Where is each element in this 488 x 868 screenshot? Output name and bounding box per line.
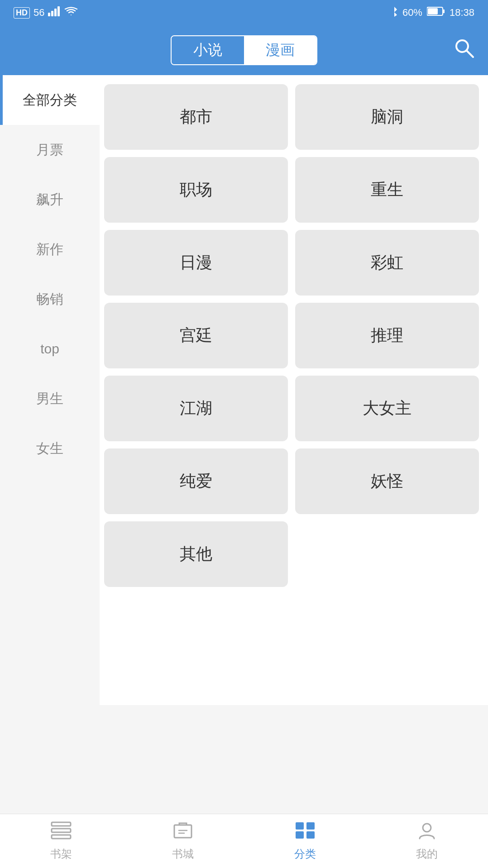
time-display: 18:38 [450,7,474,19]
category-zhichang[interactable]: 职场 [104,157,288,223]
sidebar-item-male[interactable]: 男生 [0,374,100,424]
category-caihong[interactable]: 彩虹 [295,230,479,296]
nav-category-label: 分类 [294,847,316,861]
status-bar: HD 56 [0,0,488,25]
svg-rect-2 [54,9,57,16]
signal-strength: 56 [33,7,44,19]
svg-point-17 [423,824,431,832]
tab-novel[interactable]: 小说 [172,36,244,64]
svg-rect-14 [306,822,315,830]
category-icon [295,821,316,844]
svg-rect-16 [306,831,315,839]
sidebar: 全部分类 月票 飙升 新作 畅销 top 男生 女生 [0,75,100,705]
nav-bookcity[interactable]: 书城 [122,814,244,868]
sidebar-item-rising[interactable]: 飙升 [0,175,100,224]
main-content: 全部分类 月票 飙升 新作 畅销 top 男生 女生 都市 脑洞 [0,75,488,705]
category-qita[interactable]: 其他 [104,521,288,587]
tab-manga[interactable]: 漫画 [244,36,316,64]
nav-bookshelf[interactable]: 书架 [0,814,122,868]
category-dushi[interactable]: 都市 [104,84,288,150]
sidebar-item-top[interactable]: top [0,324,100,374]
category-grid: 都市 脑洞 职场 重生 日漫 彩虹 宫廷 推理 江湖 大女主 纯爱 [100,75,488,705]
wifi-icon [64,6,78,19]
category-chunai[interactable]: 纯爱 [104,448,288,514]
mine-icon [418,821,436,844]
bluetooth-icon [391,6,398,19]
sidebar-item-bestseller[interactable]: 畅销 [0,274,100,324]
signal-icon [48,6,61,19]
svg-rect-13 [296,822,304,830]
search-button[interactable] [454,38,474,63]
category-gongting[interactable]: 宫廷 [104,303,288,368]
bottom-nav: 书架 书城 分类 [0,814,488,868]
svg-line-8 [467,51,473,57]
svg-rect-12 [174,825,191,838]
svg-rect-15 [296,831,304,839]
category-jianghu[interactable]: 江湖 [104,376,288,441]
sidebar-item-monthticket[interactable]: 月票 [0,125,100,175]
nav-bookcity-label: 书城 [172,847,194,861]
svg-rect-1 [51,11,53,16]
category-danvzhu[interactable]: 大女主 [295,376,479,441]
category-naodong[interactable]: 脑洞 [295,84,479,150]
header: 小说 漫画 [0,25,488,75]
status-right: 60% 18:38 [391,6,474,19]
sidebar-item-newwork[interactable]: 新作 [0,224,100,274]
status-left: HD 56 [14,6,78,19]
svg-rect-5 [443,10,445,13]
bookshelf-icon [51,821,72,844]
category-riman[interactable]: 日漫 [104,230,288,296]
svg-rect-3 [57,6,60,16]
nav-mine[interactable]: 我的 [366,814,488,868]
svg-rect-0 [48,13,50,16]
svg-rect-11 [52,835,71,839]
tab-group[interactable]: 小说 漫画 [171,35,317,65]
battery-icon [427,6,445,19]
svg-rect-9 [52,822,71,826]
nav-category[interactable]: 分类 [244,814,366,868]
battery-percent: 60% [402,7,422,19]
bookcity-icon [172,821,193,844]
category-yaoguai[interactable]: 妖怪 [295,448,479,514]
sidebar-item-allcategory[interactable]: 全部分类 [0,75,100,125]
category-tuili[interactable]: 推理 [295,303,479,368]
sidebar-item-female[interactable]: 女生 [0,424,100,473]
svg-rect-10 [52,829,71,832]
svg-rect-6 [428,8,438,14]
hd-badge: HD [14,7,30,19]
nav-bookshelf-label: 书架 [50,847,72,861]
nav-mine-label: 我的 [416,847,438,861]
category-chongsheng[interactable]: 重生 [295,157,479,223]
